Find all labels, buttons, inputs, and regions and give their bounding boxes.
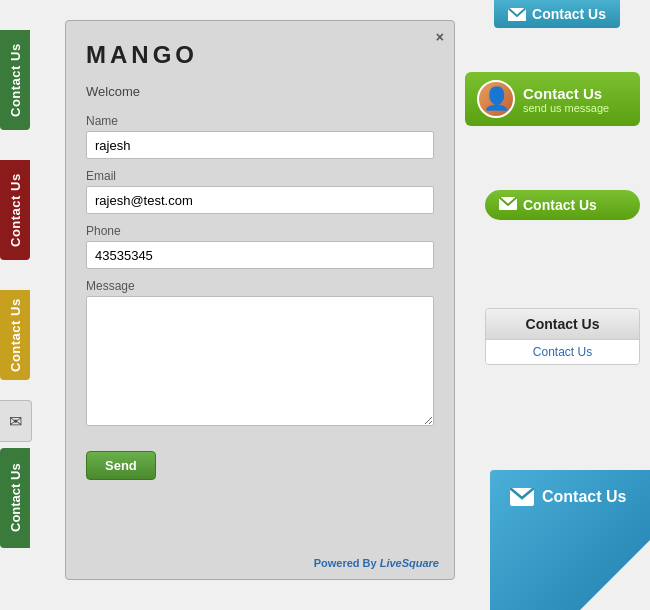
avatar: 👤 [477,80,515,118]
name-group: Name [86,114,434,159]
sidebar-tab-orange[interactable]: Contact Us [0,290,30,380]
corner-contact-label: Contact Us [542,488,626,506]
name-label: Name [86,114,434,128]
box-contact-button[interactable]: Contact Us [486,309,639,340]
envelope-corner-svg [510,488,534,506]
sidebar-tab-dark-green[interactable]: Contact Us [0,448,30,548]
corner-fold[interactable]: Contact Us [480,460,650,610]
envelope-medium-svg [499,197,517,210]
send-button[interactable]: Send [86,451,156,480]
sidebar-tab-red[interactable]: Contact Us [0,160,30,260]
fold-paper [580,540,650,610]
email-label: Email [86,169,434,183]
box-contact-link[interactable]: Contact Us [486,340,639,364]
large-contact-label: Contact Us [523,85,602,102]
email-input[interactable] [86,186,434,214]
message-label: Message [86,279,434,293]
livesquare-brand: LiveSquare [380,557,439,569]
large-contact-subtitle: send us message [523,102,609,114]
phone-group: Phone [86,224,434,269]
contact-dialog: × MANGO Welcome Name Email Phone Message… [65,20,455,580]
phone-label: Phone [86,224,434,238]
message-group: Message [86,279,434,429]
logo-text: MANGO [86,41,434,69]
phone-input[interactable] [86,241,434,269]
welcome-text: Welcome [86,84,434,99]
message-textarea[interactable] [86,296,434,426]
box-contact-wrapper: Contact Us Contact Us [485,308,640,365]
email-icon: ✉ [9,412,22,431]
powered-by: Powered By LiveSquare [314,557,439,569]
large-contact-button[interactable]: 👤 Contact Us send us message [465,72,640,126]
envelope-medium-icon [499,197,517,213]
sidebar-tab-green[interactable]: Contact Us [0,30,30,130]
name-input[interactable] [86,131,434,159]
envelope-svg [508,8,526,21]
corner-fold-inner: Contact Us [480,460,650,610]
sidebar-tab-email-icon[interactable]: ✉ [0,400,32,442]
email-group: Email [86,169,434,214]
top-contact-label: Contact Us [532,6,606,22]
large-contact-text: Contact Us send us message [523,85,609,114]
envelope-top-icon [508,8,526,21]
medium-contact-button[interactable]: Contact Us [485,190,640,220]
top-contact-button[interactable]: Contact Us [494,0,620,28]
close-button[interactable]: × [436,29,444,45]
medium-contact-label: Contact Us [523,197,597,213]
